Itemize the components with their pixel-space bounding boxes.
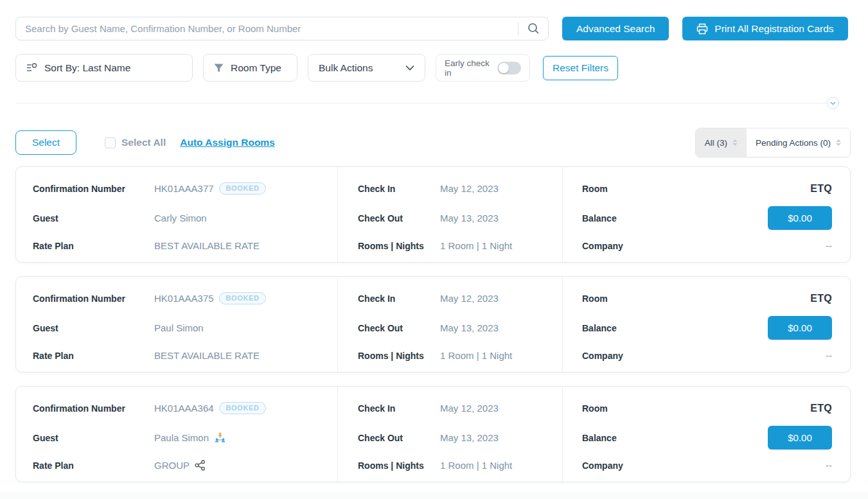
select-all-control[interactable]: Select All xyxy=(105,137,166,148)
balance-button[interactable]: $0.00 xyxy=(768,316,832,340)
room-label: Room xyxy=(582,403,608,414)
sort-by-label: Sort By: Last Name xyxy=(44,62,130,74)
toolbar-left: Select Select All Auto Assign Rooms xyxy=(15,130,275,155)
card-guest-column: Confirmation Number HK01AAA377 BOOKED Gu… xyxy=(16,167,338,262)
confirmation-row: Confirmation Number HK01AAA364 BOOKED xyxy=(33,395,331,421)
card-guest-column: Confirmation Number HK01AAA364 BOOKED Gu… xyxy=(16,387,338,482)
filter-funnel-icon xyxy=(214,64,224,73)
check-out-row: Check Out May 13, 2023 xyxy=(358,204,556,232)
reservation-card[interactable]: Confirmation Number HK01AAA377 BOOKED Gu… xyxy=(15,166,851,263)
bulk-actions-dropdown[interactable]: Bulk Actions xyxy=(308,54,425,82)
card-dates-column: Check In May 12, 2023 Check Out May 13, … xyxy=(338,387,563,482)
early-check-in-filter: Early check in xyxy=(436,54,530,82)
status-badge: BOOKED xyxy=(219,292,267,304)
rate-plan-row: Rate Plan GROUP xyxy=(33,452,331,478)
confirmation-number-text[interactable]: HK01AAA375 xyxy=(154,293,214,304)
balance-label: Balance xyxy=(582,323,617,333)
reset-filters-label: Reset Filters xyxy=(553,62,608,73)
rate-plan-value: BEST AVAILABLE RATE xyxy=(154,350,260,361)
room-label: Room xyxy=(582,293,608,304)
check-in-value: May 12, 2023 xyxy=(440,183,499,194)
check-in-value: May 12, 2023 xyxy=(440,293,499,304)
company-row: Company -- xyxy=(582,452,832,478)
tab-pending-actions[interactable]: Pending Actions (0) xyxy=(747,128,850,157)
reservation-card[interactable]: Confirmation Number HK01AAA375 BOOKED Gu… xyxy=(15,276,851,372)
search-icon[interactable] xyxy=(518,17,548,40)
reservations-page: Advanced Search Print All Registration C… xyxy=(0,0,868,499)
company-value: -- xyxy=(826,460,832,471)
tab-all-label: All (3) xyxy=(705,138,727,148)
room-value: ETQ xyxy=(810,403,832,414)
bulk-actions-label: Bulk Actions xyxy=(319,62,373,74)
guest-row: Guest Paula Simon xyxy=(33,423,331,452)
reservation-card[interactable]: Confirmation Number HK01AAA364 BOOKED Gu… xyxy=(15,386,851,482)
select-button[interactable]: Select xyxy=(15,130,76,155)
confirmation-number-text[interactable]: HK01AAA364 xyxy=(154,403,214,414)
advanced-search-label: Advanced Search xyxy=(576,23,655,35)
rooms-nights-value: 1 Room | 1 Night xyxy=(440,460,512,471)
check-in-row: Check In May 12, 2023 xyxy=(358,285,556,311)
confirmation-number-text[interactable]: HK01AAA377 xyxy=(154,183,214,194)
balance-button[interactable]: $0.00 xyxy=(768,426,832,450)
balance-row: Balance $0.00 xyxy=(582,204,832,232)
check-in-value: May 12, 2023 xyxy=(440,403,499,414)
company-row: Company -- xyxy=(582,342,832,369)
room-value: ETQ xyxy=(810,293,832,304)
guest-label: Guest xyxy=(33,323,154,333)
card-room-column: Room ETQ Balance $0.00 Company -- xyxy=(563,277,850,372)
advanced-search-button[interactable]: Advanced Search xyxy=(562,17,669,40)
guest-name[interactable]: Paul Simon xyxy=(154,322,204,333)
select-all-label: Select All xyxy=(121,137,166,148)
company-label: Company xyxy=(582,351,623,361)
reservation-card-list: Confirmation Number HK01AAA377 BOOKED Gu… xyxy=(15,166,851,482)
check-in-row: Check In May 12, 2023 xyxy=(358,395,556,421)
select-all-checkbox[interactable] xyxy=(105,137,116,148)
room-row: Room ETQ xyxy=(582,395,832,421)
auto-assign-rooms-link[interactable]: Auto Assign Rooms xyxy=(180,137,275,148)
sort-by-dropdown[interactable]: Sort By: Last Name xyxy=(15,54,193,82)
confirmation-number-label: Confirmation Number xyxy=(33,293,154,304)
early-check-in-toggle[interactable] xyxy=(497,62,521,74)
guest-row: Guest Carly Simon xyxy=(33,204,331,232)
rate-plan-label: Rate Plan xyxy=(33,351,154,361)
search-input[interactable] xyxy=(16,23,518,34)
card-guest-column: Confirmation Number HK01AAA375 BOOKED Gu… xyxy=(16,277,338,372)
guest-name[interactable]: Carly Simon xyxy=(154,213,207,223)
reset-filters-button[interactable]: Reset Filters xyxy=(543,56,618,80)
company-row: Company -- xyxy=(582,232,832,259)
check-out-label: Check Out xyxy=(358,323,440,333)
list-toolbar: Select Select All Auto Assign Rooms All … xyxy=(15,128,851,157)
balance-label: Balance xyxy=(582,433,617,443)
room-type-filter[interactable]: Room Type xyxy=(203,54,297,82)
rooms-nights-row: Rooms | Nights 1 Room | 1 Night xyxy=(358,342,556,369)
card-room-column: Room ETQ Balance $0.00 Company -- xyxy=(563,167,850,262)
rooms-nights-row: Rooms | Nights 1 Room | 1 Night xyxy=(358,232,556,259)
status-badge: BOOKED xyxy=(219,402,267,414)
status-badge: BOOKED xyxy=(219,182,267,195)
check-in-label: Check In xyxy=(358,403,440,414)
company-label: Company xyxy=(582,241,623,251)
share-icon[interactable] xyxy=(195,460,206,471)
balance-value: $0.00 xyxy=(788,432,812,443)
print-all-label: Print All Registration Cards xyxy=(714,23,833,35)
balance-row: Balance $0.00 xyxy=(582,423,832,452)
rooms-nights-label: Rooms | Nights xyxy=(358,241,440,251)
print-all-registration-cards-button[interactable]: Print All Registration Cards xyxy=(682,17,847,40)
balance-button[interactable]: $0.00 xyxy=(768,206,832,230)
collapse-chevron-icon[interactable] xyxy=(827,97,839,109)
check-in-row: Check In May 12, 2023 xyxy=(358,175,556,202)
sort-arrows-icon xyxy=(732,139,738,146)
guest-name[interactable]: Paula Simon xyxy=(154,432,209,443)
room-row: Room ETQ xyxy=(582,285,832,311)
guest-label: Guest xyxy=(33,213,154,223)
rate-plan-row: Rate Plan BEST AVAILABLE RATE xyxy=(33,342,331,369)
group-hierarchy-icon xyxy=(214,432,226,443)
chevron-down-icon xyxy=(405,65,414,71)
tab-all[interactable]: All (3) xyxy=(696,128,747,157)
rooms-nights-value: 1 Room | 1 Night xyxy=(440,350,512,361)
confirmation-number-value: HK01AAA377 BOOKED xyxy=(154,182,266,195)
filter-row: Sort By: Last Name Room Type Bulk Action… xyxy=(15,54,851,82)
balance-row: Balance $0.00 xyxy=(582,313,832,342)
rate-plan-label: Rate Plan xyxy=(33,241,154,251)
filters-collapse-divider xyxy=(15,97,851,109)
